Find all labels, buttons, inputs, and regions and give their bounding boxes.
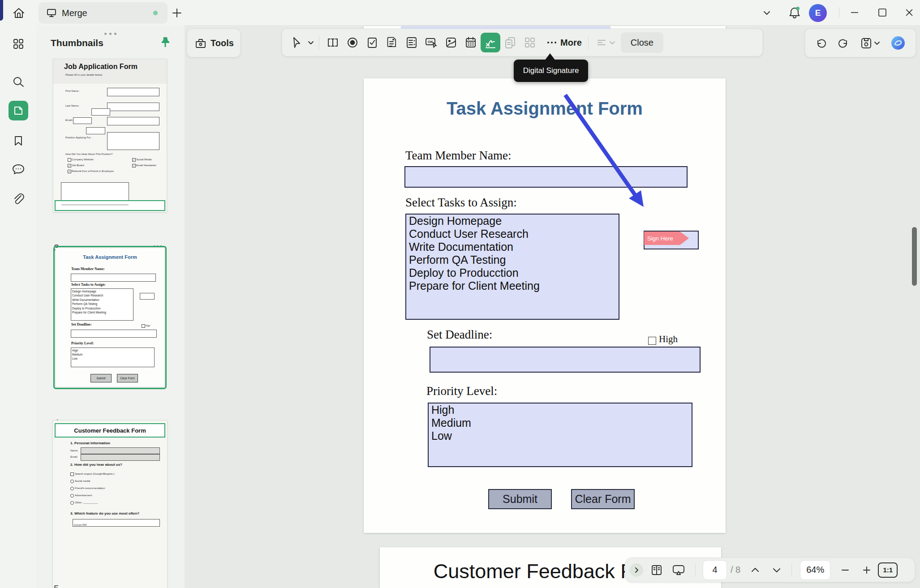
- thumb5-email-label: Email:: [70, 455, 78, 458]
- ai-assistant-button[interactable]: [890, 34, 907, 52]
- home-button[interactable]: [10, 4, 28, 22]
- thumb3-check-jobboard-label: Job Board: [72, 164, 84, 167]
- duplicate-icon: [503, 35, 517, 50]
- priority-option[interactable]: Low: [429, 429, 692, 442]
- present-button[interactable]: [671, 562, 686, 578]
- previous-page-button[interactable]: [749, 564, 761, 576]
- submit-button[interactable]: Submit: [488, 489, 552, 509]
- minimize-button[interactable]: [848, 6, 861, 19]
- chevron-down-icon: [306, 36, 315, 49]
- drag-handle-icon[interactable]: [103, 29, 118, 37]
- task-option[interactable]: Conduct User Research: [406, 227, 619, 240]
- team-member-field[interactable]: [404, 166, 688, 188]
- sidebar-item-thumbnails[interactable]: [9, 101, 28, 120]
- thumbnail-page-3[interactable]: Job Application Form Please fill in your…: [53, 59, 167, 212]
- thumb3-position-box: [107, 132, 159, 150]
- task-option[interactable]: Design Homepage: [406, 215, 619, 227]
- thumb5-name-box: [81, 447, 160, 454]
- zoom-level-input[interactable]: [800, 560, 830, 580]
- more-label: More: [560, 38, 582, 48]
- align-button[interactable]: [595, 36, 616, 49]
- sidebar-item-bookmarks[interactable]: [9, 131, 28, 150]
- avatar[interactable]: E: [809, 4, 827, 22]
- svg-text:OK: OK: [428, 40, 433, 44]
- thumb4-title: Task Assignment Form: [56, 254, 164, 260]
- actual-size-button[interactable]: 1:1: [878, 562, 898, 578]
- select-tool-button[interactable]: [287, 33, 306, 52]
- clear-form-button[interactable]: Clear Form: [571, 489, 635, 509]
- more-button[interactable]: More: [546, 37, 582, 48]
- pin-panel-button[interactable]: [158, 35, 173, 50]
- zoom-in-button[interactable]: [861, 564, 873, 576]
- thumb3-check-company-label: Company Website: [72, 158, 94, 161]
- thumb5-opt5-label: Other: __________: [75, 501, 98, 504]
- sidebar-item-grid[interactable]: [9, 34, 28, 54]
- collapse-pages-button[interactable]: [9, 584, 28, 588]
- new-tab-button[interactable]: [170, 6, 184, 20]
- tasks-listbox[interactable]: Design Homepage Conduct User Research Wr…: [405, 214, 619, 320]
- high-checkbox[interactable]: [648, 337, 656, 345]
- tab-merge[interactable]: Merge: [39, 2, 168, 24]
- thumb3-email-box: [107, 117, 159, 125]
- thumbnail-page-5[interactable]: Customer Feedback Form 1. Personal Infor…: [52, 420, 168, 588]
- maximize-icon: [876, 6, 889, 19]
- priority-option[interactable]: Medium: [429, 416, 692, 429]
- page-panel-toggle-button[interactable]: [630, 563, 643, 577]
- thumb3-check-newsletter-label: Email Newsletter: [136, 164, 156, 167]
- duplicate-field-button[interactable]: [500, 33, 520, 52]
- digital-signature-tool-button[interactable]: [481, 33, 500, 52]
- task-option[interactable]: Prepare for Client Meeting: [406, 279, 619, 292]
- undo-button[interactable]: [814, 36, 828, 50]
- thumb3-check-jobboard: ✓: [68, 164, 71, 167]
- select-tool-dropdown[interactable]: [306, 36, 315, 49]
- push-button-tool-button[interactable]: OK: [421, 33, 441, 52]
- thumb3-check-social: ✓: [132, 158, 136, 162]
- priority-listbox[interactable]: High Medium Low: [428, 403, 692, 467]
- book-view-button[interactable]: [649, 563, 664, 577]
- bottom-bar: / 8 1:1: [625, 558, 915, 582]
- notifications-button[interactable]: [787, 5, 803, 21]
- close-form-mode-button[interactable]: Close: [621, 32, 663, 53]
- thumb5-email-box: [81, 454, 160, 461]
- page-number-input[interactable]: [703, 560, 727, 580]
- thumb4-name-label: Team Member Name:: [71, 267, 105, 271]
- titlebar-divider: [839, 7, 839, 18]
- attachment-icon: [11, 192, 26, 207]
- tools-button[interactable]: Tools: [187, 29, 241, 57]
- redo-button[interactable]: [837, 36, 850, 50]
- date-field-tool-button[interactable]: [461, 33, 481, 52]
- avatar-initial: E: [815, 8, 821, 18]
- field-grid-button[interactable]: [520, 33, 540, 52]
- zoom-out-button[interactable]: [839, 564, 851, 576]
- checkbox-tool-button[interactable]: [362, 33, 382, 52]
- text-field-tool-button[interactable]: [323, 33, 343, 52]
- maximize-button[interactable]: [876, 6, 889, 19]
- priority-option[interactable]: High: [429, 403, 692, 416]
- vertical-scrollbar-thumb[interactable]: [912, 227, 917, 286]
- sign-here-flag[interactable]: Sign Here: [644, 232, 689, 245]
- task-option[interactable]: Deploy to Producction: [406, 266, 619, 279]
- task-option[interactable]: Perform QA Testing: [406, 253, 619, 266]
- sidebar-item-attachments[interactable]: [9, 189, 28, 209]
- thumb4-high-label: High: [146, 324, 150, 327]
- radio-button-tool-button[interactable]: [343, 33, 362, 52]
- chevron-up-icon: [749, 564, 761, 576]
- list-box-tool-button[interactable]: [402, 33, 421, 52]
- undo-icon: [814, 36, 828, 50]
- dropdown-tool-button[interactable]: [382, 33, 402, 52]
- sidebar-item-comments[interactable]: [9, 159, 28, 179]
- thumb3-hear-about-label: How Did You Hear About This Position?: [65, 153, 112, 155]
- task-option[interactable]: Write Documentation: [406, 240, 619, 253]
- thumbnail-page-4[interactable]: Task Assignment Form Team Member Name: S…: [55, 248, 165, 387]
- signature-field[interactable]: Sign Here: [644, 231, 699, 249]
- save-button[interactable]: [859, 36, 881, 50]
- thumb3-stray-box-2: [73, 117, 92, 124]
- next-page-button[interactable]: [771, 564, 782, 576]
- sidebar-item-search[interactable]: [9, 72, 28, 92]
- image-field-tool-button[interactable]: [441, 33, 461, 52]
- deadline-field[interactable]: [430, 347, 701, 373]
- close-window-button[interactable]: [903, 6, 916, 19]
- titlebar-chevron-button[interactable]: [761, 8, 773, 18]
- thumb4-deadline-label: Set Deadline:: [71, 322, 92, 326]
- thumb3-position-label: Position Applying For :: [65, 136, 92, 139]
